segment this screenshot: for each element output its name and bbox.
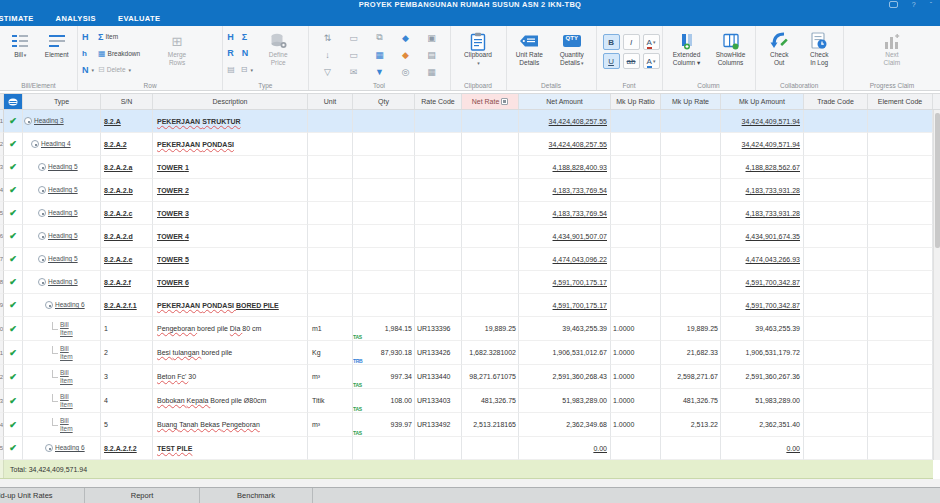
expander-icon[interactable] [31, 140, 39, 148]
row-qty-cell[interactable] [353, 248, 415, 271]
row-qty-cell[interactable] [353, 133, 415, 156]
row-type-cell[interactable]: Heading 5 [23, 202, 101, 225]
collapse-ribbon-icon[interactable]: ˆ [930, 1, 932, 8]
tab-build-up-unit-rates[interactable]: Build-up Unit Rates [0, 488, 85, 503]
row-qty-cell[interactable]: 1,984.15TAS [353, 317, 415, 341]
expander-icon[interactable] [38, 255, 46, 263]
row-mkup-amount-cell[interactable]: 0.00 [721, 437, 804, 460]
col-header-element-code[interactable]: Element Code [868, 94, 933, 109]
row-rate-code-cell[interactable] [415, 294, 462, 317]
row-rate-code-cell[interactable] [415, 271, 462, 294]
row-mkup-amount-cell[interactable]: 2,362,351.40 [721, 413, 804, 437]
row-type-cell[interactable]: Bill Item [23, 317, 101, 341]
unit-rate-details-button[interactable]: Unit Rate Details [509, 28, 551, 80]
showhide-columns-button[interactable]: ShowHide Columns [709, 28, 753, 80]
row-rate-code-cell[interactable] [415, 133, 462, 156]
heading-type-button[interactable]: H [227, 32, 234, 42]
row-type-cell[interactable]: Bill Item [23, 365, 101, 389]
row-net-rate-cell[interactable] [462, 179, 519, 202]
tab-estimate[interactable]: ESTIMATE [0, 14, 34, 23]
row-mkup-ratio-cell[interactable]: 1.0000 [611, 341, 661, 365]
row-net-amount-cell[interactable]: 4,183,733,769.54 [519, 202, 611, 225]
row-net-rate-cell[interactable] [462, 202, 519, 225]
tool-icon-12[interactable]: ✉ [341, 63, 367, 80]
row-mkup-amount-cell[interactable]: 4,183,733,931.28 [721, 202, 804, 225]
row-element-code-cell[interactable] [868, 271, 933, 294]
row-qty-cell[interactable]: 997.34TAS [353, 365, 415, 389]
row-sn-cell[interactable]: 4 [101, 389, 153, 413]
row-mkup-amount-cell[interactable]: 4,188,828,562.67 [721, 156, 804, 179]
row-mkup-rate-cell[interactable] [661, 133, 721, 156]
row-mkup-ratio-cell[interactable]: 1.0000 [611, 365, 661, 389]
table-row[interactable]: 22 ✔ Bill Item 3 Beton Fc' 30 m³ 997.34T… [0, 365, 933, 389]
row-qty-cell[interactable] [353, 202, 415, 225]
row-rate-code-cell[interactable]: UR133492 [415, 413, 462, 437]
notification-icon[interactable] [889, 1, 898, 8]
col-header-mkup-ratio[interactable]: Mk Up Ratio [611, 94, 661, 109]
check-in-log-button[interactable]: Check In Log [799, 28, 839, 80]
row-mkup-rate-cell[interactable] [661, 179, 721, 202]
row-net-rate-cell[interactable]: 19,889.25 [462, 317, 519, 341]
row-mkup-ratio-cell[interactable] [611, 437, 661, 460]
row-element-code-cell[interactable] [868, 248, 933, 271]
row-description-cell[interactable]: Pengeboran bored pile Dia 80 cm [153, 317, 308, 341]
row-unit-cell[interactable] [308, 248, 353, 271]
tab-evaluate[interactable]: EVALUATE [118, 14, 161, 23]
row-rate-code-cell[interactable]: UR133396 [415, 317, 462, 341]
row-rate-code-cell[interactable] [415, 248, 462, 271]
row-net-amount-cell[interactable]: 4,188,828,400.93 [519, 156, 611, 179]
row-net-rate-cell[interactable] [462, 156, 519, 179]
tab-analysis[interactable]: ANALYSIS [56, 14, 96, 23]
row-trade-code-cell[interactable] [804, 341, 868, 365]
row-trade-code-cell[interactable] [804, 179, 868, 202]
row-type-cell[interactable]: Heading 6 [23, 437, 101, 460]
vertical-scrollbar[interactable] [933, 110, 940, 460]
row-rate-code-cell[interactable] [415, 437, 462, 460]
expander-icon[interactable] [52, 370, 58, 378]
quantity-details-button[interactable]: QTY Quantity Details▾ [550, 28, 593, 80]
expander-icon[interactable] [38, 186, 46, 194]
row-mkup-amount-cell[interactable]: 34,424,409,571.94 [721, 110, 804, 133]
row-mkup-rate-cell[interactable]: 2,513.22 [661, 413, 721, 437]
table-row[interactable]: 11 ✔ Heading 3 8.2.A PEKERJAAN STRUKTUR … [0, 110, 933, 133]
row-unit-cell[interactable] [308, 202, 353, 225]
strikethrough-button[interactable]: ab [623, 53, 640, 69]
define-price-button[interactable]: Define Price [259, 28, 297, 80]
row-description-cell[interactable]: Besi tulangan bored pile [153, 341, 308, 365]
tool-icon-4[interactable]: ◆ [393, 29, 419, 46]
row-unit-cell[interactable]: m1 [308, 317, 353, 341]
row-rate-code-cell[interactable] [415, 202, 462, 225]
row-mkup-ratio-cell[interactable] [611, 202, 661, 225]
col-header-description[interactable]: Description [153, 94, 308, 109]
row-element-code-cell[interactable] [868, 317, 933, 341]
row-description-cell[interactable]: TOWER 2 [153, 179, 308, 202]
tool-icon-10[interactable]: ▤ [419, 46, 445, 63]
row-trade-code-cell[interactable] [804, 294, 868, 317]
col-header-sn[interactable]: S/N [101, 94, 153, 109]
row-type-cell[interactable]: Heading 6 [23, 294, 101, 317]
tool-icon-11[interactable]: ▽ [315, 63, 341, 80]
note-type-button[interactable]: N [242, 48, 249, 58]
tool-icon-3[interactable]: ⧉ [367, 29, 393, 46]
row-mkup-ratio-cell[interactable] [611, 156, 661, 179]
col-header-rate-code[interactable]: Rate Code [415, 94, 462, 109]
row-qty-cell[interactable] [353, 271, 415, 294]
row-unit-cell[interactable] [308, 225, 353, 248]
row-mkup-amount-cell[interactable]: 4,183,733,931.28 [721, 179, 804, 202]
expander-icon[interactable] [45, 301, 53, 309]
row-type-cell[interactable]: Heading 3 [23, 110, 101, 133]
row-unit-cell[interactable] [308, 179, 353, 202]
row-qty-cell[interactable] [353, 179, 415, 202]
row-net-amount-cell[interactable]: 4,183,733,769.54 [519, 179, 611, 202]
row-trade-code-cell[interactable] [804, 389, 868, 413]
row-qty-cell[interactable] [353, 156, 415, 179]
row-net-rate-cell[interactable]: 481,326.75 [462, 389, 519, 413]
row-trade-code-cell[interactable] [804, 413, 868, 437]
row-net-amount-cell[interactable]: 1,906,531,012.67 [519, 341, 611, 365]
row-type-cell[interactable]: Heading 4 [23, 133, 101, 156]
bold-button[interactable]: B [603, 34, 620, 50]
bill-button[interactable]: Bill▾ [2, 28, 39, 80]
tool-icon-14[interactable]: ◎ [393, 63, 419, 80]
row-unit-cell[interactable]: Titik [308, 389, 353, 413]
row-net-rate-cell[interactable] [462, 271, 519, 294]
